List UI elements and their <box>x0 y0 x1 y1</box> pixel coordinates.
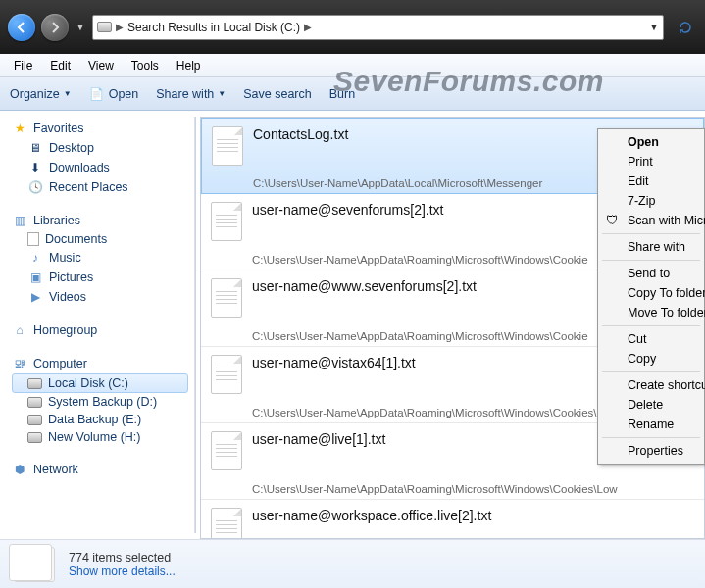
refresh-icon <box>678 20 693 35</box>
context-cut[interactable]: Cut <box>600 329 702 349</box>
context-share[interactable]: Share with <box>600 237 702 257</box>
menubar: File Edit View Tools Help <box>0 54 705 77</box>
drive-icon <box>27 378 42 389</box>
context-properties[interactable]: Properties <box>600 441 702 461</box>
context-separator <box>602 437 700 438</box>
toolbar: Organize ▼ 📄 Open Share with ▼ Save sear… <box>0 77 705 111</box>
text-file-icon <box>211 508 242 539</box>
sidebar-libraries[interactable]: ▥Libraries <box>12 211 194 230</box>
status-more-link[interactable]: Show more details... <box>69 564 176 578</box>
result-path: C:\Users\User-Name\AppData\Roaming\Micro… <box>252 483 694 495</box>
homegroup-icon: ⌂ <box>12 322 27 338</box>
videos-icon: ▶ <box>27 289 43 305</box>
breadcrumb-sep-icon: ▶ <box>304 22 312 32</box>
sidebar-item-music[interactable]: ♪Music <box>12 248 194 268</box>
navigation-sidebar: ★Favorites 🖥Desktop ⬇Downloads 🕓Recent P… <box>0 111 194 539</box>
toolbar-open[interactable]: 📄 Open <box>89 86 139 102</box>
text-file-icon <box>211 278 242 318</box>
toolbar-save-search[interactable]: Save search <box>243 87 311 101</box>
status-files-icon <box>14 547 55 582</box>
shield-icon: 🛡 <box>606 214 622 229</box>
menu-help[interactable]: Help <box>169 57 209 74</box>
toolbar-share[interactable]: Share with ▼ <box>156 87 226 101</box>
sidebar-computer[interactable]: 🖳Computer <box>12 354 194 373</box>
context-moveto[interactable]: Move To folder. <box>600 303 702 322</box>
status-count: 774 items selected <box>69 551 176 564</box>
context-print[interactable]: Print <box>600 152 702 172</box>
toolbar-burn[interactable]: Burn <box>329 87 355 101</box>
context-separator <box>602 325 700 326</box>
open-icon: 📄 <box>89 86 105 102</box>
menu-tools[interactable]: Tools <box>124 57 167 74</box>
context-separator <box>602 371 700 372</box>
favorites-star-icon: ★ <box>12 121 27 136</box>
text-file-icon <box>211 431 242 470</box>
refresh-button[interactable] <box>674 16 697 39</box>
sidebar-item-documents[interactable]: Documents <box>12 230 194 248</box>
address-text: Search Results in Local Disk (C:) <box>127 21 300 34</box>
text-file-icon <box>212 126 243 166</box>
titlebar: ▼ ▶ Search Results in Local Disk (C:) ▶ … <box>0 0 705 54</box>
breadcrumb-sep-icon: ▶ <box>116 22 124 32</box>
sidebar-homegroup[interactable]: ⌂Homegroup <box>12 320 194 340</box>
recent-icon: 🕓 <box>27 179 43 195</box>
sidebar-item-downloads[interactable]: ⬇Downloads <box>12 158 194 177</box>
context-separator <box>602 233 700 234</box>
network-icon: ⬢ <box>12 462 27 477</box>
sidebar-network[interactable]: ⬢Network <box>12 460 194 479</box>
context-edit[interactable]: Edit <box>600 172 702 191</box>
address-bar[interactable]: ▶ Search Results in Local Disk (C:) ▶ ▼ <box>92 15 664 40</box>
sidebar-item-desktop[interactable]: 🖥Desktop <box>12 138 194 158</box>
sidebar-item-new-volume-h[interactable]: New Volume (H:) <box>12 428 194 446</box>
nav-back-button[interactable] <box>8 14 35 41</box>
menu-view[interactable]: View <box>80 57 122 74</box>
address-dropdown-icon[interactable]: ▼ <box>649 22 659 32</box>
context-separator <box>602 260 700 261</box>
text-file-icon <box>211 355 242 394</box>
sidebar-item-pictures[interactable]: ▣Pictures <box>12 268 194 287</box>
nav-forward-button[interactable] <box>41 14 69 41</box>
pictures-icon: ▣ <box>27 270 43 285</box>
result-filename: user-name@workspace.office.live[2].txt <box>252 508 694 523</box>
context-rename[interactable]: Rename <box>600 415 702 434</box>
sidebar-favorites[interactable]: ★Favorites <box>12 119 194 138</box>
documents-icon <box>27 232 39 246</box>
sidebar-item-recent[interactable]: 🕓Recent Places <box>12 177 194 197</box>
sidebar-item-local-disk-c[interactable]: Local Disk (C:) <box>12 373 188 393</box>
context-open[interactable]: Open <box>600 132 702 152</box>
sidebar-divider[interactable] <box>194 117 196 533</box>
context-7zip[interactable]: 7-Zip <box>600 191 702 211</box>
toolbar-organize[interactable]: Organize ▼ <box>10 87 72 101</box>
dropdown-arrow-icon: ▼ <box>64 89 72 98</box>
menu-edit[interactable]: Edit <box>42 57 78 74</box>
result-row[interactable]: user-name@workspace.office.live[2].txtDa… <box>201 500 704 539</box>
sidebar-item-data-backup-e[interactable]: Data Backup (E:) <box>12 411 194 428</box>
back-arrow-icon <box>16 22 27 33</box>
context-menu: Open Print Edit 7-Zip 🛡Scan with Micro S… <box>597 128 705 465</box>
forward-arrow-icon <box>49 22 61 33</box>
context-sendto[interactable]: Send to <box>600 264 702 283</box>
desktop-icon: 🖥 <box>27 140 43 156</box>
drive-icon <box>27 415 42 425</box>
drive-icon <box>97 22 112 32</box>
context-delete[interactable]: Delete <box>600 395 702 415</box>
context-shortcut[interactable]: Create shortcut <box>600 375 702 395</box>
downloads-icon: ⬇ <box>27 160 43 175</box>
context-copy[interactable]: Copy <box>600 349 702 368</box>
status-bar: 774 items selected Show more details... <box>0 539 705 588</box>
drive-icon <box>27 432 42 443</box>
sidebar-item-system-backup-d[interactable]: System Backup (D:) <box>12 393 194 411</box>
menu-file[interactable]: File <box>6 57 40 74</box>
context-copyto[interactable]: Copy To folder. <box>600 283 702 303</box>
libraries-icon: ▥ <box>12 213 27 228</box>
context-scan[interactable]: 🛡Scan with Micro <box>600 211 702 230</box>
music-icon: ♪ <box>27 250 43 266</box>
text-file-icon <box>211 202 242 241</box>
drive-icon <box>27 397 42 408</box>
sidebar-item-videos[interactable]: ▶Videos <box>12 287 194 307</box>
nav-history-dropdown[interactable]: ▼ <box>75 14 86 41</box>
dropdown-arrow-icon: ▼ <box>218 89 226 98</box>
computer-icon: 🖳 <box>12 356 27 371</box>
